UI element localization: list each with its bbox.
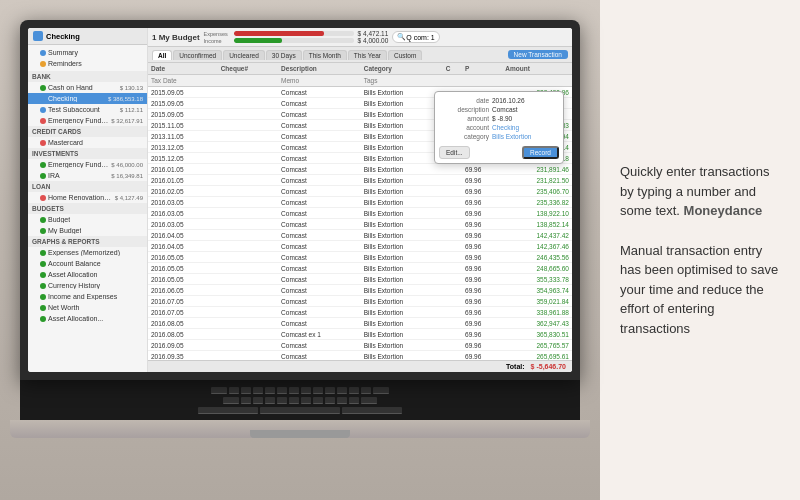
item-label: Mastercard — [48, 139, 83, 146]
cell-c — [443, 263, 462, 274]
subcol-empty — [218, 75, 278, 87]
sidebar-item[interactable]: Asset Allocation — [28, 269, 147, 280]
cell-amount: 231,821.50 — [502, 175, 572, 186]
cell-date: 2016.04.05 — [148, 230, 218, 241]
table-row[interactable]: 2016.01.05 Comcast Bills Extortion 69.96… — [148, 175, 572, 186]
sidebar-item[interactable]: Mastercard — [28, 137, 147, 148]
tab-30-days[interactable]: 30 Days — [266, 50, 302, 60]
tab-unconfirmed[interactable]: Unconfirmed — [173, 50, 222, 60]
cell-date: 2016.09.35 — [148, 351, 218, 361]
sidebar-item[interactable]: Asset Allocation... — [28, 313, 147, 324]
search-icon: 🔍 — [397, 33, 406, 41]
table-row[interactable]: 2016.06.05 Comcast Bills Extortion 69.96… — [148, 285, 572, 296]
sidebar-item[interactable]: Income and Expenses — [28, 291, 147, 302]
sidebar-item[interactable]: Emergency Fund Reti...$ 46,000.00 — [28, 159, 147, 170]
sidebar-item[interactable]: Expenses (Memorized) — [28, 247, 147, 258]
popup-edit-button[interactable]: Edit... — [439, 146, 470, 159]
table-row[interactable]: 2016.07.05 Comcast Bills Extortion 69.96… — [148, 307, 572, 318]
sidebar-item-summary[interactable]: Summary — [28, 47, 147, 58]
search-text: Q com: 1 — [406, 34, 434, 41]
sidebar-item-reminders[interactable]: Reminders — [28, 58, 147, 69]
sidebar-sections: BANKCash on Hand$ 130.13Checking$ 386,55… — [28, 71, 147, 324]
item-dot — [40, 228, 46, 234]
cell-p: 69.96 — [462, 351, 502, 361]
sidebar-item[interactable]: Net Worth — [28, 302, 147, 313]
tab-uncleared[interactable]: Uncleared — [223, 50, 265, 60]
cell-cheque — [218, 142, 278, 153]
tab-all[interactable]: All — [152, 50, 172, 60]
cell-cat: Bills Extortion — [361, 142, 443, 153]
sidebar-item[interactable]: Currency History — [28, 280, 147, 291]
key — [223, 397, 239, 404]
sidebar-section-header: CREDIT CARDS — [28, 126, 147, 137]
search-box[interactable]: 🔍 Q com: 1 — [392, 31, 439, 43]
sidebar-item[interactable]: Budget — [28, 214, 147, 225]
laptop-body: Checking Summary Reminders BANKCash — [20, 20, 580, 380]
cell-cat: Bills Extortion — [361, 318, 443, 329]
item-dot — [40, 140, 46, 146]
expense-label: Expenses — [204, 31, 232, 37]
table-row[interactable]: 2016.09.05 Comcast Bills Extortion 69.96… — [148, 340, 572, 351]
item-dot — [40, 261, 46, 267]
key — [277, 387, 287, 394]
table-row[interactable]: 2016.04.05 Comcast Bills Extortion 69.96… — [148, 241, 572, 252]
table-row[interactable]: 2016.03.05 Comcast Bills Extortion 69.96… — [148, 219, 572, 230]
sidebar-item[interactable]: Account Balance — [28, 258, 147, 269]
sidebar-item[interactable]: Cash on Hand$ 130.13 — [28, 82, 147, 93]
cell-c — [443, 164, 462, 175]
sidebar-item[interactable]: My Budget — [28, 225, 147, 236]
cell-cheque — [218, 263, 278, 274]
item-amount: $ 16,349.81 — [111, 173, 143, 179]
cell-amount: 235,336.82 — [502, 197, 572, 208]
tab-custom[interactable]: Custom — [388, 50, 422, 60]
cell-cheque — [218, 98, 278, 109]
cell-cheque — [218, 131, 278, 142]
item-dot — [40, 85, 46, 91]
table-row[interactable]: 2016.04.05 Comcast Bills Extortion 69.96… — [148, 230, 572, 241]
cell-cat: Bills Extortion — [361, 252, 443, 263]
table-row[interactable]: 2016.02.05 Comcast Bills Extortion 69.96… — [148, 186, 572, 197]
col-c: C — [443, 63, 462, 75]
cell-cheque — [218, 208, 278, 219]
item-amount: $ 46,000.00 — [111, 162, 143, 168]
table-row[interactable]: 2016.03.05 Comcast Bills Extortion 69.96… — [148, 208, 572, 219]
popup-field-label: category — [439, 133, 489, 140]
tab-this-month[interactable]: This Month — [303, 50, 347, 60]
table-row[interactable]: 2016.07.05 Comcast Bills Extortion 69.96… — [148, 296, 572, 307]
table-row[interactable]: 2016.05.05 Comcast Bills Extortion 69.96… — [148, 263, 572, 274]
table-row[interactable]: 2016.03.05 Comcast Bills Extortion 69.96… — [148, 197, 572, 208]
item-amount: $ 4,127.49 — [115, 195, 143, 201]
sidebar-item[interactable]: Emergency Fund, Liab...$ 32,617.91 — [28, 115, 147, 126]
key — [313, 397, 323, 404]
popup-record-button[interactable]: Record — [522, 146, 559, 159]
cell-desc: Comcast — [278, 340, 361, 351]
cell-cheque — [218, 175, 278, 186]
cell-cat: Bills Extortion — [361, 153, 443, 164]
table-row[interactable]: 2016.09.35 Comcast Bills Extortion 69.96… — [148, 351, 572, 361]
cell-amount: 354,963.74 — [502, 285, 572, 296]
cell-c — [443, 252, 462, 263]
table-row[interactable]: 2016.05.05 Comcast Bills Extortion 69.96… — [148, 274, 572, 285]
table-row[interactable]: 2016.08.05 Comcast ex 1 Bills Extortion … — [148, 329, 572, 340]
tab-this-year[interactable]: This Year — [348, 50, 387, 60]
sidebar-item[interactable]: Test Subaccount$ 112.11 — [28, 104, 147, 115]
sidebar-item[interactable]: IRA$ 16,349.81 — [28, 170, 147, 181]
cell-date: 2016.03.05 — [148, 219, 218, 230]
top-bar: 1 My Budget Expenses Income — [148, 28, 572, 47]
cell-date: 2016.08.05 — [148, 318, 218, 329]
cell-cat: Bills Extortion — [361, 131, 443, 142]
table-row[interactable]: 2016.08.05 Comcast Bills Extortion 69.96… — [148, 318, 572, 329]
cell-date: 2016.03.05 — [148, 197, 218, 208]
tabs-bar: AllUnconfirmedUncleared30 DaysThis Month… — [148, 47, 572, 63]
new-transaction-button[interactable]: New Transaction — [508, 50, 568, 59]
table-row[interactable]: 2016.05.05 Comcast Bills Extortion 69.96… — [148, 252, 572, 263]
table-row[interactable]: 2016.01.05 Comcast Bills Extortion 69.96… — [148, 164, 572, 175]
amount1: $ 4,472.11 — [358, 30, 389, 37]
sidebar-item[interactable]: Home Renovation Loan S...$ 4,127.49 — [28, 192, 147, 203]
cell-c — [443, 285, 462, 296]
item-label: My Budget — [48, 227, 81, 234]
subcol-c2 — [443, 75, 462, 87]
sidebar-item[interactable]: Checking$ 386,553.18 — [28, 93, 147, 104]
popup-field-label: account — [439, 124, 489, 131]
subcol-p2 — [462, 75, 502, 87]
